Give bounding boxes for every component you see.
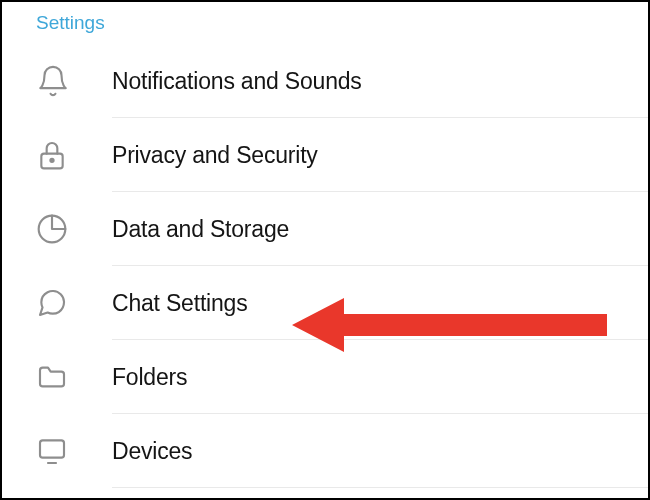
settings-item-label: Notifications and Sounds: [112, 68, 362, 95]
settings-item-label: Folders: [112, 364, 187, 391]
devices-icon: [2, 435, 112, 467]
bell-icon: [2, 64, 112, 98]
settings-item-label: Devices: [112, 438, 192, 465]
settings-item-chat[interactable]: Chat Settings: [2, 266, 648, 340]
section-header-settings: Settings: [2, 2, 648, 44]
settings-item-label: Privacy and Security: [112, 142, 318, 169]
pie-icon: [2, 213, 112, 245]
settings-item-label: Data and Storage: [112, 216, 289, 243]
settings-section: Settings Notifications and Sounds: [2, 2, 648, 488]
settings-item-label: Chat Settings: [112, 290, 247, 317]
divider: [112, 487, 648, 488]
chat-icon: [2, 287, 112, 319]
svg-point-1: [50, 159, 53, 162]
folder-icon: [2, 361, 112, 393]
settings-item-privacy[interactable]: Privacy and Security: [2, 118, 648, 192]
svg-rect-3: [40, 440, 64, 457]
lock-icon: [2, 139, 112, 171]
settings-item-devices[interactable]: Devices: [2, 414, 648, 488]
settings-item-folders[interactable]: Folders: [2, 340, 648, 414]
settings-item-notifications[interactable]: Notifications and Sounds: [2, 44, 648, 118]
settings-item-data[interactable]: Data and Storage: [2, 192, 648, 266]
settings-list: Notifications and Sounds Privacy and Sec…: [2, 44, 648, 488]
